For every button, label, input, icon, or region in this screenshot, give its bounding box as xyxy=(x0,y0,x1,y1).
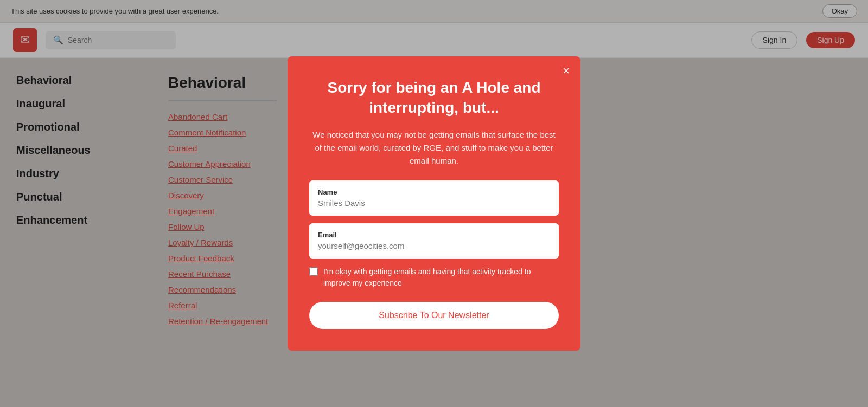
email-field-container: Email xyxy=(309,223,559,259)
name-label: Name xyxy=(318,188,550,196)
subscribe-button[interactable]: Subscribe To Our Newsletter xyxy=(309,302,559,329)
name-field-container: Name xyxy=(309,180,559,216)
consent-label: I'm okay with getting emails and having … xyxy=(323,266,559,289)
modal-title: Sorry for being an A Hole and interrupti… xyxy=(309,78,559,118)
modal-close-button[interactable]: × xyxy=(563,65,570,77)
email-label: Email xyxy=(318,231,550,239)
modal-overlay: × Sorry for being an A Hole and interrup… xyxy=(0,0,868,407)
email-input[interactable] xyxy=(318,241,550,250)
newsletter-modal: × Sorry for being an A Hole and interrup… xyxy=(288,56,580,351)
name-input[interactable] xyxy=(318,198,550,208)
consent-checkbox[interactable] xyxy=(309,267,318,276)
modal-description: We noticed that you may not be getting e… xyxy=(309,128,559,167)
consent-row: I'm okay with getting emails and having … xyxy=(309,266,559,289)
